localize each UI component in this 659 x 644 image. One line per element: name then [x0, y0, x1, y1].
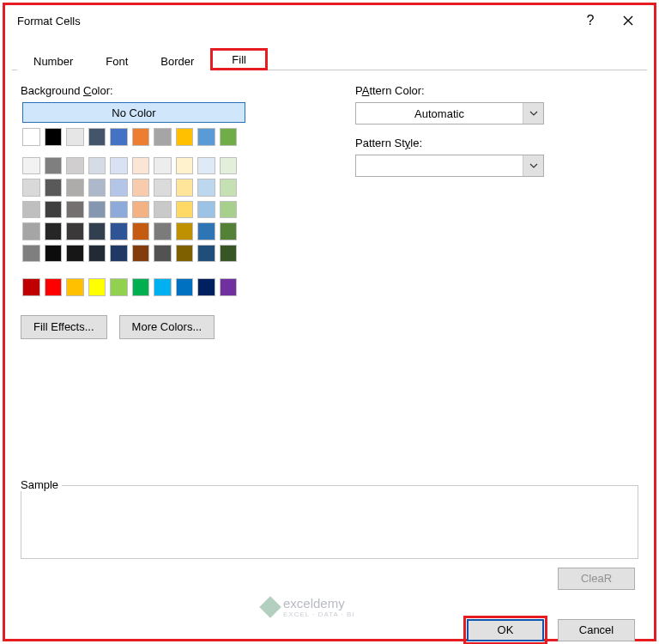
color-swatch[interactable]: [176, 222, 194, 240]
color-swatch[interactable]: [132, 201, 150, 219]
color-swatch[interactable]: [110, 157, 128, 175]
color-swatch[interactable]: [154, 179, 172, 197]
pattern-style-label: Pattern Style:: [355, 137, 638, 149]
color-swatch[interactable]: [132, 179, 150, 197]
logo-icon: [259, 596, 281, 617]
color-swatch[interactable]: [45, 157, 63, 175]
titlebar: Format Cells ?: [5, 5, 654, 36]
color-swatch[interactable]: [22, 278, 40, 296]
color-swatch[interactable]: [154, 278, 172, 296]
close-icon: [623, 15, 633, 26]
sample-preview: [21, 485, 638, 559]
color-swatch[interactable]: [66, 157, 84, 175]
no-color-button[interactable]: No Color: [22, 102, 245, 123]
color-swatch[interactable]: [154, 222, 172, 240]
color-swatch[interactable]: [110, 128, 128, 146]
color-swatch[interactable]: [66, 245, 84, 263]
ok-button[interactable]: OK: [467, 619, 544, 641]
color-swatch[interactable]: [220, 157, 238, 175]
cancel-button[interactable]: Cancel: [558, 619, 635, 641]
color-swatch[interactable]: [197, 201, 215, 219]
color-swatch[interactable]: [132, 245, 150, 263]
color-swatch[interactable]: [132, 278, 150, 296]
tabstrip: Number Font Border Fill: [5, 48, 654, 70]
color-swatch[interactable]: [45, 245, 63, 263]
color-swatch[interactable]: [176, 245, 194, 263]
color-swatch[interactable]: [154, 245, 172, 263]
color-swatch[interactable]: [66, 201, 84, 219]
color-swatch[interactable]: [88, 179, 106, 197]
color-swatch[interactable]: [110, 245, 128, 263]
color-swatch[interactable]: [176, 179, 194, 197]
help-button[interactable]: ?: [571, 9, 609, 33]
color-swatch[interactable]: [22, 201, 40, 219]
chevron-down-icon: [523, 103, 543, 124]
watermark: exceldemy EXCEL · DATA · BI: [263, 596, 355, 618]
pattern-color-value: Automatic: [356, 103, 523, 124]
color-swatch[interactable]: [176, 278, 194, 296]
color-swatch[interactable]: [66, 278, 84, 296]
color-swatch[interactable]: [45, 278, 63, 296]
color-swatch[interactable]: [176, 128, 194, 146]
color-swatch[interactable]: [197, 157, 215, 175]
color-swatch[interactable]: [154, 128, 172, 146]
pattern-color-combo[interactable]: Automatic: [355, 102, 544, 125]
color-swatch[interactable]: [88, 201, 106, 219]
color-swatch[interactable]: [197, 278, 215, 296]
color-swatch[interactable]: [45, 179, 63, 197]
color-swatch[interactable]: [197, 222, 215, 240]
tab-number[interactable]: Number: [17, 52, 89, 70]
color-swatch[interactable]: [66, 222, 84, 240]
color-swatch[interactable]: [22, 179, 40, 197]
color-swatch[interactable]: [220, 179, 238, 197]
color-swatch[interactable]: [197, 245, 215, 263]
color-swatch[interactable]: [22, 128, 40, 146]
color-swatch[interactable]: [154, 201, 172, 219]
tint-color-rows: [22, 157, 330, 263]
color-swatch[interactable]: [45, 201, 63, 219]
more-colors-button[interactable]: More Colors...: [119, 315, 215, 339]
background-color-label: Background Color:: [21, 84, 330, 97]
color-swatch[interactable]: [220, 201, 238, 219]
color-swatch[interactable]: [45, 128, 63, 146]
color-swatch[interactable]: [88, 222, 106, 240]
color-swatch[interactable]: [110, 201, 128, 219]
color-swatch[interactable]: [132, 128, 150, 146]
color-swatch[interactable]: [110, 179, 128, 197]
color-swatch[interactable]: [197, 128, 215, 146]
color-swatch[interactable]: [22, 222, 40, 240]
color-swatch[interactable]: [88, 245, 106, 263]
sample-label: Sample: [21, 478, 62, 491]
clear-button[interactable]: CleaR: [558, 568, 635, 590]
tab-border[interactable]: Border: [144, 52, 210, 70]
color-swatch[interactable]: [220, 245, 238, 263]
color-swatch[interactable]: [22, 245, 40, 263]
color-swatch[interactable]: [88, 157, 106, 175]
color-swatch[interactable]: [154, 157, 172, 175]
color-swatch[interactable]: [88, 278, 106, 296]
color-swatch[interactable]: [176, 157, 194, 175]
color-swatch[interactable]: [132, 222, 150, 240]
close-button[interactable]: [609, 9, 647, 33]
dialog-title: Format Cells: [12, 15, 81, 27]
color-swatch[interactable]: [176, 201, 194, 219]
color-swatch[interactable]: [22, 157, 40, 175]
color-swatch[interactable]: [110, 222, 128, 240]
fill-effects-button[interactable]: Fill Effects...: [21, 315, 107, 339]
color-swatch[interactable]: [220, 128, 238, 146]
color-swatch[interactable]: [66, 179, 84, 197]
color-swatch[interactable]: [220, 278, 238, 296]
pattern-style-combo[interactable]: [355, 155, 544, 177]
tab-fill[interactable]: Fill: [210, 48, 268, 70]
color-swatch[interactable]: [45, 222, 63, 240]
sample-group: Sample: [21, 485, 638, 559]
color-swatch[interactable]: [66, 128, 84, 146]
tab-font[interactable]: Font: [89, 52, 144, 70]
color-swatch[interactable]: [132, 157, 150, 175]
standard-color-row: [22, 278, 330, 296]
color-swatch[interactable]: [88, 128, 106, 146]
color-swatch[interactable]: [197, 179, 215, 197]
color-swatch[interactable]: [220, 222, 238, 240]
ok-highlight: OK: [463, 616, 547, 645]
color-swatch[interactable]: [110, 278, 128, 296]
